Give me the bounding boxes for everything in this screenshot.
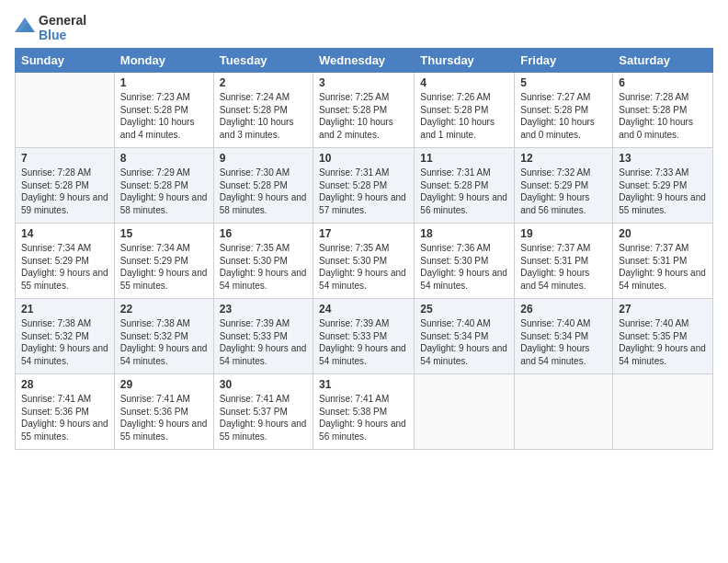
day-number: 26 [520,303,607,316]
day-cell: 8Sunrise: 7:29 AMSunset: 5:28 PMDaylight… [114,148,213,224]
day-number: 17 [319,227,408,240]
day-info: Sunrise: 7:34 AMSunset: 5:29 PMDaylight:… [21,242,108,292]
day-info: Sunrise: 7:31 AMSunset: 5:28 PMDaylight:… [420,167,508,216]
day-cell: 31Sunrise: 7:41 AMSunset: 5:38 PMDayligh… [313,374,415,450]
logo-text: General Blue [39,13,86,42]
day-cell: 29Sunrise: 7:41 AMSunset: 5:36 PMDayligh… [114,374,213,450]
day-cell: 9Sunrise: 7:30 AMSunset: 5:28 PMDaylight… [213,148,313,224]
day-cell: 6Sunrise: 7:28 AMSunset: 5:28 PMDaylight… [613,73,713,148]
day-cell [415,374,515,450]
calendar-table: SundayMondayTuesdayWednesdayThursdayFrid… [15,48,713,450]
day-number: 11 [420,152,508,165]
weekday-header-saturday: Saturday [613,49,713,73]
day-number: 1 [120,76,208,89]
page: General Blue SundayMondayTuesdayWednesda… [0,0,728,563]
day-number: 7 [21,152,108,165]
day-info: Sunrise: 7:41 AMSunset: 5:36 PMDaylight:… [21,393,108,442]
day-info: Sunrise: 7:25 AMSunset: 5:28 PMDaylight:… [319,91,408,141]
day-info: Sunrise: 7:34 AMSunset: 5:29 PMDaylight:… [120,242,208,292]
day-info: Sunrise: 7:38 AMSunset: 5:32 PMDaylight:… [21,317,108,367]
day-cell: 28Sunrise: 7:41 AMSunset: 5:36 PMDayligh… [16,374,115,450]
day-info: Sunrise: 7:31 AMSunset: 5:28 PMDaylight:… [319,167,408,216]
day-info: Sunrise: 7:35 AMSunset: 5:30 PMDaylight:… [220,242,307,292]
week-row-3: 14Sunrise: 7:34 AMSunset: 5:29 PMDayligh… [16,224,713,299]
day-cell: 13Sunrise: 7:33 AMSunset: 5:29 PMDayligh… [613,148,713,224]
logo-graphic: General Blue [15,13,86,42]
day-number: 5 [520,76,607,89]
day-number: 27 [619,303,707,316]
day-info: Sunrise: 7:27 AMSunset: 5:28 PMDaylight:… [520,91,607,141]
day-cell: 22Sunrise: 7:38 AMSunset: 5:32 PMDayligh… [114,299,213,374]
day-number: 19 [520,227,607,240]
day-number: 8 [120,152,208,165]
day-cell: 27Sunrise: 7:40 AMSunset: 5:35 PMDayligh… [613,299,713,374]
weekday-header-friday: Friday [515,49,613,73]
day-number: 12 [520,152,607,165]
day-cell: 7Sunrise: 7:28 AMSunset: 5:28 PMDaylight… [16,148,115,224]
week-row-2: 7Sunrise: 7:28 AMSunset: 5:28 PMDaylight… [16,148,713,224]
weekday-header-thursday: Thursday [415,49,515,73]
day-info: Sunrise: 7:40 AMSunset: 5:34 PMDaylight:… [520,317,607,367]
day-number: 9 [220,152,307,165]
day-info: Sunrise: 7:28 AMSunset: 5:28 PMDaylight:… [619,91,707,141]
day-cell: 11Sunrise: 7:31 AMSunset: 5:28 PMDayligh… [415,148,515,224]
day-cell: 18Sunrise: 7:36 AMSunset: 5:30 PMDayligh… [415,224,515,299]
day-number: 24 [319,303,408,316]
week-row-4: 21Sunrise: 7:38 AMSunset: 5:32 PMDayligh… [16,299,713,374]
day-cell: 1Sunrise: 7:23 AMSunset: 5:28 PMDaylight… [114,73,213,148]
logo: General Blue [15,13,86,42]
day-info: Sunrise: 7:30 AMSunset: 5:28 PMDaylight:… [220,167,307,216]
day-number: 13 [619,152,707,165]
day-cell: 4Sunrise: 7:26 AMSunset: 5:28 PMDaylight… [415,73,515,148]
day-number: 30 [220,378,307,391]
day-number: 23 [220,303,307,316]
day-cell: 25Sunrise: 7:40 AMSunset: 5:34 PMDayligh… [415,299,515,374]
day-number: 28 [21,378,108,391]
day-number: 18 [420,227,508,240]
day-cell [515,374,613,450]
week-row-5: 28Sunrise: 7:41 AMSunset: 5:36 PMDayligh… [16,374,713,450]
day-cell: 30Sunrise: 7:41 AMSunset: 5:37 PMDayligh… [213,374,313,450]
day-info: Sunrise: 7:38 AMSunset: 5:32 PMDaylight:… [120,317,208,367]
day-info: Sunrise: 7:29 AMSunset: 5:28 PMDaylight:… [120,167,208,216]
day-info: Sunrise: 7:26 AMSunset: 5:28 PMDaylight:… [420,91,508,141]
day-info: Sunrise: 7:35 AMSunset: 5:30 PMDaylight:… [319,242,408,292]
day-cell: 17Sunrise: 7:35 AMSunset: 5:30 PMDayligh… [313,224,415,299]
day-number: 4 [420,76,508,89]
weekday-header-sunday: Sunday [16,49,115,73]
day-cell: 24Sunrise: 7:39 AMSunset: 5:33 PMDayligh… [313,299,415,374]
day-number: 10 [319,152,408,165]
day-number: 2 [220,76,307,89]
day-cell: 20Sunrise: 7:37 AMSunset: 5:31 PMDayligh… [613,224,713,299]
logo-triangle-icon [15,16,35,36]
day-info: Sunrise: 7:40 AMSunset: 5:35 PMDaylight:… [619,317,707,367]
day-number: 29 [120,378,208,391]
day-number: 22 [120,303,208,316]
day-number: 20 [619,227,707,240]
day-cell: 15Sunrise: 7:34 AMSunset: 5:29 PMDayligh… [114,224,213,299]
day-info: Sunrise: 7:33 AMSunset: 5:29 PMDaylight:… [619,167,707,216]
day-cell [16,73,115,148]
day-number: 21 [21,303,108,316]
day-cell [613,374,713,450]
header: General Blue [15,9,713,42]
day-number: 31 [319,378,408,391]
day-cell: 21Sunrise: 7:38 AMSunset: 5:32 PMDayligh… [16,299,115,374]
day-info: Sunrise: 7:36 AMSunset: 5:30 PMDaylight:… [420,242,508,292]
day-info: Sunrise: 7:41 AMSunset: 5:36 PMDaylight:… [120,393,208,442]
day-info: Sunrise: 7:41 AMSunset: 5:38 PMDaylight:… [319,393,408,442]
weekday-header-monday: Monday [114,49,213,73]
day-number: 25 [420,303,508,316]
day-info: Sunrise: 7:37 AMSunset: 5:31 PMDaylight:… [520,242,607,292]
day-info: Sunrise: 7:37 AMSunset: 5:31 PMDaylight:… [619,242,707,292]
day-info: Sunrise: 7:40 AMSunset: 5:34 PMDaylight:… [420,317,508,367]
day-number: 3 [319,76,408,89]
day-number: 15 [120,227,208,240]
week-row-1: 1Sunrise: 7:23 AMSunset: 5:28 PMDaylight… [16,73,713,148]
day-info: Sunrise: 7:24 AMSunset: 5:28 PMDaylight:… [220,91,307,141]
day-cell: 12Sunrise: 7:32 AMSunset: 5:29 PMDayligh… [515,148,613,224]
day-info: Sunrise: 7:39 AMSunset: 5:33 PMDaylight:… [319,317,408,367]
day-cell: 16Sunrise: 7:35 AMSunset: 5:30 PMDayligh… [213,224,313,299]
weekday-header-tuesday: Tuesday [213,49,313,73]
day-number: 6 [619,76,707,89]
